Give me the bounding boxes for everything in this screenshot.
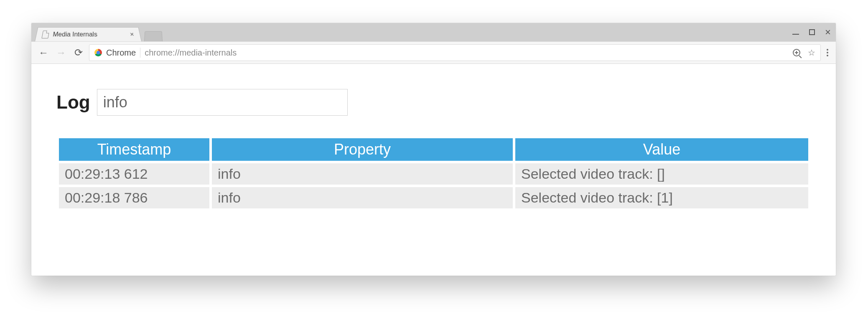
maximize-icon[interactable] [809, 29, 815, 35]
new-tab-button[interactable] [144, 31, 163, 41]
separator [140, 48, 140, 58]
table-row: 00:29:13 612 info Selected video track: … [59, 163, 808, 185]
browser-window: Media Internals × × ← → ⟳ Chrome chrome:… [31, 23, 836, 276]
url-text: chrome://media-internals [145, 48, 789, 58]
window-controls: × [792, 23, 831, 41]
browser-tab[interactable]: Media Internals × [35, 27, 142, 41]
tab-title: Media Internals [52, 31, 124, 38]
back-button[interactable]: ← [36, 47, 51, 58]
reload-button[interactable]: ⟳ [71, 47, 86, 58]
close-tab-icon[interactable]: × [127, 31, 137, 38]
chrome-icon [94, 49, 102, 56]
page-icon [41, 30, 49, 38]
omnibox-actions: ☆ [793, 48, 815, 58]
cell-timestamp: 00:29:13 612 [59, 163, 209, 185]
cell-timestamp: 00:29:18 786 [59, 187, 209, 208]
origin-label: Chrome [106, 48, 136, 58]
page-content: Log Timestamp Property Value 00:29:13 61… [31, 64, 836, 228]
bookmark-star-icon[interactable]: ☆ [808, 48, 815, 58]
forward-button[interactable]: → [54, 47, 68, 58]
table-header-row: Timestamp Property Value [59, 138, 808, 161]
close-window-icon[interactable]: × [825, 27, 831, 37]
col-value: Value [515, 138, 808, 161]
cell-property: info [212, 187, 513, 208]
table-row: 00:29:18 786 info Selected video track: … [59, 187, 808, 208]
minimize-icon[interactable] [792, 34, 799, 35]
tab-strip: Media Internals × × [31, 23, 836, 41]
browser-toolbar: ← → ⟳ Chrome chrome://media-internals ☆ [31, 41, 836, 64]
cell-property: info [212, 163, 513, 185]
log-filter-input[interactable] [97, 89, 348, 116]
log-table: Timestamp Property Value 00:29:13 612 in… [56, 136, 811, 211]
log-header: Log [56, 89, 811, 116]
log-heading: Log [56, 92, 90, 113]
col-property: Property [212, 138, 513, 161]
cell-value: Selected video track: [] [515, 163, 808, 185]
cell-value: Selected video track: [1] [515, 187, 808, 208]
zoom-icon[interactable] [793, 49, 800, 56]
col-timestamp: Timestamp [59, 138, 209, 161]
menu-button[interactable] [824, 49, 831, 56]
address-bar[interactable]: Chrome chrome://media-internals ☆ [89, 44, 821, 61]
